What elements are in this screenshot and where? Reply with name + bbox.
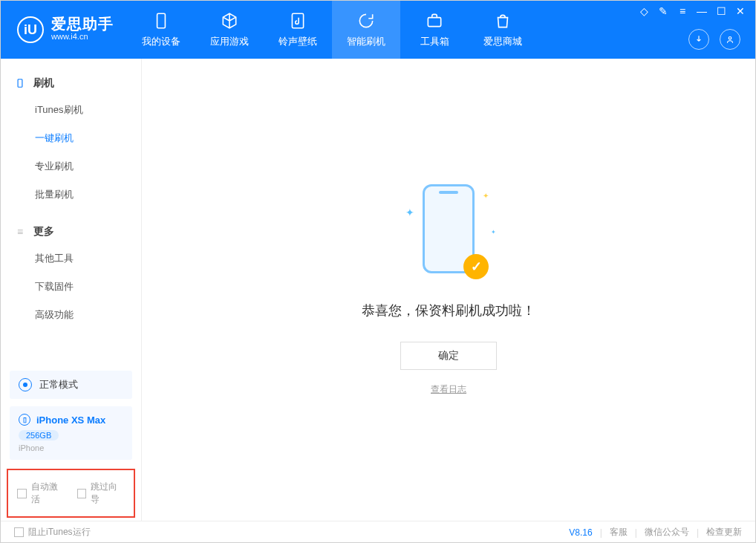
success-illustration: ✦ ✦ ✦ ✓ bbox=[404, 184, 493, 281]
app-name-cn: 爱思助手 bbox=[51, 16, 114, 31]
sidebar-item-download-firmware[interactable]: 下载固件 bbox=[1, 273, 141, 301]
footer-link-support[interactable]: 客服 bbox=[610, 526, 628, 539]
sidebar-item-oneclick-flash[interactable]: 一键刷机 bbox=[1, 124, 141, 152]
cube-icon bbox=[220, 11, 239, 30]
svg-rect-0 bbox=[157, 13, 166, 28]
refresh-shield-icon bbox=[356, 11, 376, 30]
download-manager-icon[interactable] bbox=[688, 29, 709, 50]
music-file-icon bbox=[288, 11, 307, 30]
nav-label: 工具箱 bbox=[420, 35, 449, 48]
group-title-text: 刷机 bbox=[33, 77, 54, 90]
app-body: 刷机 iTunes刷机 一键刷机 专业刷机 批量刷机 ≡ 更多 其他工具 下载固… bbox=[1, 59, 755, 521]
nav-store[interactable]: 爱思商城 bbox=[469, 1, 537, 59]
sidebar: 刷机 iTunes刷机 一键刷机 专业刷机 批量刷机 ≡ 更多 其他工具 下载固… bbox=[1, 59, 142, 521]
mode-label: 正常模式 bbox=[39, 378, 78, 391]
checkbox-block-itunes[interactable]: 阻止iTunes运行 bbox=[14, 526, 91, 539]
sidebar-group-flash: 刷机 bbox=[1, 71, 141, 96]
checkbox-label: 阻止iTunes运行 bbox=[28, 526, 91, 539]
sidebar-item-pro-flash[interactable]: 专业刷机 bbox=[1, 152, 141, 181]
feedback-icon[interactable]: ✎ bbox=[657, 5, 669, 17]
svg-rect-4 bbox=[18, 79, 22, 88]
sidebar-item-other-tools[interactable]: 其他工具 bbox=[1, 244, 141, 273]
nav-label: 我的设备 bbox=[142, 35, 180, 48]
footer-link-wechat[interactable]: 微信公众号 bbox=[645, 526, 689, 539]
checkbox-label: 自动激活 bbox=[31, 481, 65, 506]
bag-icon bbox=[493, 11, 512, 30]
device-type: iPhone bbox=[19, 443, 123, 452]
skin-icon[interactable]: ◇ bbox=[638, 5, 650, 17]
nav-label: 应用游戏 bbox=[210, 35, 249, 48]
checkbox-icon bbox=[77, 489, 87, 498]
checkbox-icon bbox=[17, 489, 27, 498]
separator: | bbox=[697, 527, 699, 538]
minimize-button[interactable]: ― bbox=[696, 5, 708, 17]
mode-indicator-icon bbox=[19, 378, 32, 391]
footer-link-update[interactable]: 检查更新 bbox=[706, 526, 742, 539]
logo-icon: iU bbox=[17, 16, 44, 43]
status-bar: 阻止iTunes运行 V8.16 | 客服 | 微信公众号 | 检查更新 bbox=[1, 521, 755, 543]
group-title-text: 更多 bbox=[33, 225, 54, 238]
svg-rect-1 bbox=[292, 13, 303, 28]
sidebar-bottom-highlighted: 自动激活 跳过向导 bbox=[7, 469, 135, 518]
success-message: 恭喜您，保资料刷机成功啦！ bbox=[362, 302, 535, 319]
check-badge-icon: ✓ bbox=[463, 254, 489, 279]
logo-text: 爱思助手 www.i4.cn bbox=[51, 16, 114, 42]
separator: | bbox=[635, 527, 637, 538]
nav-label: 智能刷机 bbox=[347, 35, 385, 48]
app-name-en: www.i4.cn bbox=[51, 31, 114, 42]
nav-toolbox[interactable]: 工具箱 bbox=[400, 1, 469, 59]
nav-ringtone-wallpaper[interactable]: 铃声壁纸 bbox=[264, 1, 332, 59]
view-log-link[interactable]: 查看日志 bbox=[431, 383, 466, 396]
sidebar-item-itunes-flash[interactable]: iTunes刷机 bbox=[1, 96, 141, 124]
device-storage-badge: 256GB bbox=[19, 430, 59, 440]
list-icon: ≡ bbox=[14, 226, 26, 238]
main-panel: ✦ ✦ ✦ ✓ 恭喜您，保资料刷机成功啦！ 确定 查看日志 bbox=[142, 59, 755, 521]
user-account-icon[interactable] bbox=[720, 29, 740, 50]
sparkle-icon: ✦ bbox=[491, 229, 496, 235]
device-mode-card[interactable]: 正常模式 bbox=[10, 371, 132, 399]
app-header: iU 爱思助手 www.i4.cn 我的设备 应用游戏 铃声壁纸 智能刷机 工具… bbox=[1, 1, 755, 59]
sidebar-group-more: ≡ 更多 bbox=[1, 219, 141, 244]
ok-button[interactable]: 确定 bbox=[400, 342, 497, 370]
device-card[interactable]: ▯ iPhone XS Max 256GB iPhone bbox=[10, 406, 132, 460]
phone-icon bbox=[14, 77, 26, 89]
device-name: iPhone XS Max bbox=[36, 414, 105, 426]
separator: | bbox=[600, 527, 602, 538]
app-logo: iU 爱思助手 www.i4.cn bbox=[1, 16, 127, 43]
checkbox-label: 跳过向导 bbox=[91, 481, 125, 506]
sidebar-item-advanced[interactable]: 高级功能 bbox=[1, 301, 141, 329]
window-controls: ◇ ✎ ≡ ― ☐ ✕ bbox=[638, 5, 746, 17]
version-label: V8.16 bbox=[569, 527, 592, 538]
sparkle-icon: ✦ bbox=[483, 192, 489, 200]
top-nav: 我的设备 应用游戏 铃声壁纸 智能刷机 工具箱 爱思商城 bbox=[127, 1, 537, 59]
device-icon bbox=[151, 11, 171, 30]
menu-icon[interactable]: ≡ bbox=[677, 5, 688, 17]
nav-apps-games[interactable]: 应用游戏 bbox=[195, 1, 264, 59]
nav-smart-flash[interactable]: 智能刷机 bbox=[332, 1, 400, 59]
device-phone-icon: ▯ bbox=[19, 414, 30, 426]
briefcase-icon bbox=[425, 11, 444, 30]
maximize-button[interactable]: ☐ bbox=[715, 5, 727, 17]
sidebar-scroll: 刷机 iTunes刷机 一键刷机 专业刷机 批量刷机 ≡ 更多 其他工具 下载固… bbox=[1, 59, 141, 371]
close-button[interactable]: ✕ bbox=[734, 5, 746, 17]
sparkle-icon: ✦ bbox=[405, 207, 414, 218]
checkbox-auto-activate[interactable]: 自动激活 bbox=[17, 481, 65, 506]
sidebar-item-batch-flash[interactable]: 批量刷机 bbox=[1, 181, 141, 209]
nav-my-device[interactable]: 我的设备 bbox=[127, 1, 195, 59]
nav-label: 铃声壁纸 bbox=[278, 35, 317, 48]
nav-label: 爱思商城 bbox=[483, 35, 522, 48]
checkbox-icon bbox=[14, 527, 24, 537]
svg-point-3 bbox=[729, 37, 731, 40]
header-right-actions bbox=[688, 29, 740, 50]
checkbox-skip-guide[interactable]: 跳过向导 bbox=[77, 481, 126, 506]
svg-rect-2 bbox=[428, 18, 440, 27]
